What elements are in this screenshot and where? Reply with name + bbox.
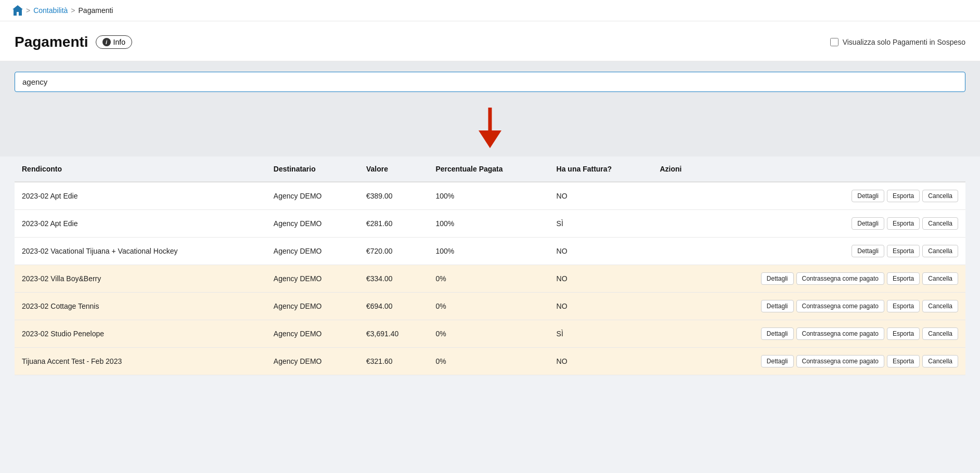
sospeso-checkbox-label[interactable]: Visualizza solo Pagamenti in Sospeso	[830, 38, 965, 46]
cell-actions: DettagliContrassegna come pagatoEsportaC…	[652, 348, 965, 375]
table-row: 2023-02 Villa Boy&BerryAgency DEMO€334.0…	[15, 265, 965, 293]
search-input[interactable]	[15, 72, 965, 92]
cell-percentuale: 100%	[428, 182, 549, 210]
cell-rendiconto: Tijuana Accent Test - Feb 2023	[15, 348, 266, 375]
col-destinatario: Destinatario	[266, 156, 359, 182]
cell-destinatario: Agency DEMO	[266, 210, 359, 238]
table-header-row: Rendiconto Destinatario Valore Percentua…	[15, 156, 965, 182]
cell-rendiconto: 2023-02 Apt Edie	[15, 182, 266, 210]
dettagli-button[interactable]: Dettagli	[761, 300, 794, 312]
breadcrumb-sep-2: >	[71, 6, 75, 15]
cell-fattura: SÌ	[549, 210, 653, 238]
cell-actions: DettagliContrassegna come pagatoEsportaC…	[652, 293, 965, 320]
cell-destinatario: Agency DEMO	[266, 320, 359, 348]
cell-actions: DettagliEsportaCancella	[652, 210, 965, 238]
cancella-button[interactable]: Cancella	[922, 190, 958, 202]
cell-valore: €281.60	[359, 210, 428, 238]
svg-marker-1	[479, 130, 501, 148]
actions-group: DettagliContrassegna come pagatoEsportaC…	[660, 327, 958, 340]
page-title: Pagamenti	[15, 34, 88, 50]
cell-actions: DettagliEsportaCancella	[652, 238, 965, 265]
actions-group: DettagliEsportaCancella	[660, 217, 958, 230]
info-label: Info	[113, 38, 125, 46]
home-icon[interactable]	[12, 5, 23, 16]
cell-percentuale: 0%	[428, 293, 549, 320]
actions-group: DettagliContrassegna come pagatoEsportaC…	[660, 300, 958, 312]
table-row: 2023-02 Apt EdieAgency DEMO€281.60100%SÌ…	[15, 210, 965, 238]
actions-group: DettagliContrassegna come pagatoEsportaC…	[660, 272, 958, 285]
sospeso-checkbox[interactable]	[830, 38, 839, 46]
cell-fattura: NO	[549, 293, 653, 320]
table-row: 2023-02 Cottage TennisAgency DEMO€694.00…	[15, 293, 965, 320]
search-section	[0, 61, 980, 102]
cell-fattura: NO	[549, 182, 653, 210]
breadcrumb-contabilita[interactable]: Contabilità	[33, 6, 68, 15]
esporta-button[interactable]: Esporta	[887, 190, 920, 202]
breadcrumb-sep-1: >	[26, 6, 30, 15]
page-header: Pagamenti i Info Visualizza solo Pagamen…	[0, 21, 980, 61]
esporta-button[interactable]: Esporta	[887, 300, 920, 312]
cancella-button[interactable]: Cancella	[922, 355, 958, 367]
dettagli-button[interactable]: Dettagli	[761, 327, 794, 340]
contrassegna-button[interactable]: Contrassegna come pagato	[796, 272, 884, 285]
cell-rendiconto: 2023-02 Vacational Tijuana + Vacational …	[15, 238, 266, 265]
cell-percentuale: 0%	[428, 265, 549, 293]
table-row: Tijuana Accent Test - Feb 2023Agency DEM…	[15, 348, 965, 375]
cell-destinatario: Agency DEMO	[266, 182, 359, 210]
esporta-button[interactable]: Esporta	[887, 272, 920, 285]
cell-destinatario: Agency DEMO	[266, 348, 359, 375]
cancella-button[interactable]: Cancella	[922, 300, 958, 312]
cell-valore: €720.00	[359, 238, 428, 265]
esporta-button[interactable]: Esporta	[887, 217, 920, 230]
cell-percentuale: 0%	[428, 348, 549, 375]
col-valore: Valore	[359, 156, 428, 182]
actions-group: DettagliContrassegna come pagatoEsportaC…	[660, 355, 958, 367]
cancella-button[interactable]: Cancella	[922, 217, 958, 230]
cell-percentuale: 100%	[428, 210, 549, 238]
breadcrumb: > Contabilità > Pagamenti	[0, 0, 980, 21]
cell-valore: €3,691.40	[359, 320, 428, 348]
actions-group: DettagliEsportaCancella	[660, 245, 958, 257]
info-icon: i	[102, 38, 111, 46]
contrassegna-button[interactable]: Contrassegna come pagato	[796, 355, 884, 367]
payments-table: Rendiconto Destinatario Valore Percentua…	[15, 156, 965, 375]
col-fattura: Ha una Fattura?	[549, 156, 653, 182]
dettagli-button[interactable]: Dettagli	[852, 190, 884, 202]
info-button[interactable]: i Info	[96, 35, 132, 49]
cell-rendiconto: 2023-02 Studio Penelope	[15, 320, 266, 348]
arrow-container	[0, 102, 980, 156]
col-azioni: Azioni	[652, 156, 965, 182]
cell-rendiconto: 2023-02 Apt Edie	[15, 210, 266, 238]
cell-actions: DettagliContrassegna come pagatoEsportaC…	[652, 320, 965, 348]
cell-percentuale: 100%	[428, 238, 549, 265]
dettagli-button[interactable]: Dettagli	[852, 245, 884, 257]
esporta-button[interactable]: Esporta	[887, 327, 920, 340]
dettagli-button[interactable]: Dettagli	[852, 217, 884, 230]
dettagli-button[interactable]: Dettagli	[761, 355, 794, 367]
cell-actions: DettagliContrassegna come pagatoEsportaC…	[652, 265, 965, 293]
table-row: 2023-02 Apt EdieAgency DEMO€389.00100%NO…	[15, 182, 965, 210]
page-title-area: Pagamenti i Info	[15, 34, 132, 50]
sospeso-label: Visualizza solo Pagamenti in Sospeso	[843, 38, 965, 46]
cell-actions: DettagliEsportaCancella	[652, 182, 965, 210]
table-section: Rendiconto Destinatario Valore Percentua…	[0, 156, 980, 391]
cell-fattura: NO	[549, 348, 653, 375]
cell-destinatario: Agency DEMO	[266, 265, 359, 293]
cell-destinatario: Agency DEMO	[266, 293, 359, 320]
cancella-button[interactable]: Cancella	[922, 327, 958, 340]
dettagli-button[interactable]: Dettagli	[761, 272, 794, 285]
cancella-button[interactable]: Cancella	[922, 245, 958, 257]
cell-fattura: SÌ	[549, 320, 653, 348]
cell-fattura: NO	[549, 238, 653, 265]
down-arrow-icon	[474, 108, 506, 149]
cell-destinatario: Agency DEMO	[266, 238, 359, 265]
col-percentuale: Percentuale Pagata	[428, 156, 549, 182]
esporta-button[interactable]: Esporta	[887, 245, 920, 257]
contrassegna-button[interactable]: Contrassegna come pagato	[796, 300, 884, 312]
contrassegna-button[interactable]: Contrassegna come pagato	[796, 327, 884, 340]
esporta-button[interactable]: Esporta	[887, 355, 920, 367]
cell-valore: €389.00	[359, 182, 428, 210]
table-row: 2023-02 Vacational Tijuana + Vacational …	[15, 238, 965, 265]
cancella-button[interactable]: Cancella	[922, 272, 958, 285]
breadcrumb-pagamenti: Pagamenti	[79, 6, 113, 15]
